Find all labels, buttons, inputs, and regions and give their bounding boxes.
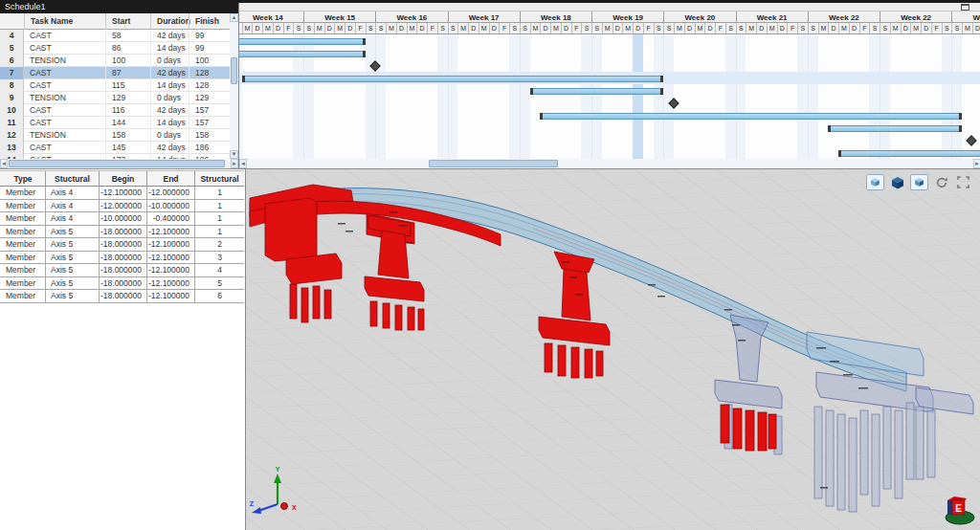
gantt-horizontal-scrollbar[interactable]: ◄ ►	[239, 159, 980, 168]
member-row[interactable]: MemberAxis 4-12.000000 [m]-10.000000 [m]…	[0, 200, 244, 213]
gantt-day-cell: M	[242, 23, 253, 34]
member-col-header[interactable]: Stuctural Memb	[45, 171, 99, 188]
gantt-day-cell: F	[355, 23, 366, 34]
member-table-header: TypeStuctural MembBeginEndStructural Uni…	[0, 170, 244, 187]
gantt-task-bar[interactable]	[540, 113, 962, 120]
member-axis-cell: Axis 5	[45, 226, 99, 239]
task-start-cell: 145	[105, 142, 150, 154]
member-end-cell: -12.100000 [m]	[146, 226, 194, 239]
member-unit-cell: 1	[194, 200, 244, 213]
task-col-header[interactable]: Task Name	[24, 13, 105, 30]
member-row[interactable]: MemberAxis 4-12.100000 [m]-12.000000 [m]…	[0, 187, 244, 200]
task-vscroll-thumb[interactable]	[231, 57, 237, 84]
member-begin-cell: -18.000000 [m]	[99, 277, 146, 291]
z-axis-label: Z	[250, 500, 255, 507]
task-finish-cell: 128	[189, 67, 230, 79]
gantt-day-cell: M	[602, 23, 612, 34]
gantt-day-cell: D	[561, 23, 571, 34]
task-row[interactable]: 8CAST11514 days128	[0, 79, 230, 92]
member-row[interactable]: MemberAxis 5-18.000000 [m]-12.100000 [m]…	[0, 226, 244, 239]
task-col-header[interactable]: Start	[105, 13, 150, 30]
member-row[interactable]: MemberAxis 5-18.000000 [m]-12.100000 [m]…	[0, 277, 244, 291]
member-type-cell: Member	[1, 252, 45, 265]
task-row-number: 13	[0, 142, 24, 154]
member-col-header[interactable]: End	[146, 171, 194, 188]
member-row[interactable]: MemberAxis 5-18.000000 [m]-12.100000 [m]…	[0, 238, 244, 252]
gantt-task-bar[interactable]	[530, 88, 664, 95]
x-axis-label: X	[292, 504, 297, 511]
task-row[interactable]: 12TENSION1580 days158	[0, 129, 230, 142]
gantt-day-cell: M	[838, 23, 849, 34]
view-cube-light-icon[interactable]	[866, 174, 884, 190]
gantt-day-cell: S	[581, 23, 591, 34]
bridge-3d-scene[interactable]: Y Z X E	[246, 169, 980, 530]
view-cube-shaded-icon[interactable]	[888, 174, 906, 190]
task-row-number: 7	[0, 67, 24, 79]
restore-window-icon[interactable]	[961, 4, 969, 11]
gantt-day-cell: S	[951, 23, 962, 34]
weekend-band	[942, 34, 952, 159]
gantt-day-cell: S	[366, 23, 376, 34]
scroll-down-icon[interactable]: ▼	[230, 150, 238, 159]
gantt-week-cell: Week 22	[808, 11, 880, 23]
member-col-header[interactable]: Structural Unit	[194, 171, 244, 188]
gantt-hscroll-thumb[interactable]	[429, 160, 558, 167]
task-finish-cell: 128	[189, 79, 230, 92]
gantt-task-bar[interactable]	[838, 150, 980, 157]
gantt-task-bar[interactable]	[239, 38, 366, 45]
task-row[interactable]: 9TENSION1290 days129	[0, 92, 230, 104]
scroll-left-icon[interactable]: ◄	[0, 159, 8, 168]
member-row[interactable]: MemberAxis 4-10.000000 [m]-0.400000 [m]1	[0, 212, 244, 226]
weekend-band	[509, 34, 520, 159]
member-row[interactable]: MemberAxis 5-18.000000 [m]-12.100000 [m]…	[0, 252, 244, 265]
member-col-header[interactable]: Type	[1, 171, 45, 188]
view-cube-solid-icon[interactable]	[910, 174, 928, 190]
milestone-diamond[interactable]	[967, 135, 977, 145]
scroll-right-icon[interactable]: ►	[231, 159, 238, 168]
task-row[interactable]: 6TENSION1000 days100	[0, 55, 230, 67]
task-row[interactable]: 11CAST14414 days157	[0, 117, 230, 129]
task-col-header[interactable]: Finish	[189, 13, 230, 30]
refresh-view-icon[interactable]	[932, 174, 950, 190]
gantt-day-cell: D	[921, 23, 931, 34]
task-row[interactable]: 13CAST14542 days186	[0, 142, 230, 154]
task-table-vertical-scrollbar[interactable]: ▲ ▼	[230, 13, 238, 159]
gantt-day-cell: M	[622, 23, 633, 34]
gantt-day-cell: D	[849, 23, 859, 34]
gantt-task-bar[interactable]	[239, 51, 366, 57]
schedule-title-bar[interactable]: Schedule1	[0, 0, 238, 13]
gantt-day-cell: S	[448, 23, 458, 34]
week-gridline	[520, 34, 521, 159]
gantt-chart-area[interactable]	[239, 34, 980, 159]
model-3d-viewport[interactable]: Y Z X E	[246, 168, 980, 530]
task-name-cell: TENSION	[24, 129, 105, 142]
gantt-day-cell: F	[787, 23, 797, 34]
task-col-header[interactable]: Duration	[150, 13, 189, 30]
task-row[interactable]: 7CAST8742 days128	[0, 67, 230, 79]
member-row[interactable]: MemberAxis 5-18.000000 [m]-12.100000 [m]…	[0, 290, 244, 303]
task-hscroll-thumb[interactable]	[9, 160, 225, 167]
scroll-left-icon[interactable]: ◄	[239, 159, 247, 168]
task-row[interactable]: 5CAST8614 days99	[0, 42, 230, 55]
gantt-chart-pane: Week 14Week 15Week 16Week 17Week 18Week …	[238, 3, 980, 168]
gantt-task-bar[interactable]	[242, 76, 664, 82]
gantt-task-bar[interactable]	[828, 125, 962, 132]
bar-start-cap	[838, 150, 841, 157]
task-row[interactable]: 10CAST11642 days157	[0, 104, 230, 117]
scroll-up-icon[interactable]: ▲	[230, 13, 238, 22]
bar-start-cap	[540, 113, 543, 120]
task-row[interactable]: 4CAST5842 days99	[0, 30, 230, 42]
week-gridline	[736, 34, 737, 159]
member-unit-cell: 1	[194, 226, 244, 239]
member-unit-cell: 4	[194, 264, 244, 277]
scroll-right-icon[interactable]: ►	[973, 159, 980, 168]
task-table-horizontal-scrollbar[interactable]: ◄ ►	[0, 159, 238, 168]
gantt-day-cell: D	[704, 23, 715, 34]
task-start-cell: 87	[105, 67, 150, 79]
task-name-cell: CAST	[24, 117, 105, 129]
gantt-day-cell: S	[663, 23, 674, 34]
member-col-header[interactable]: Begin	[99, 171, 146, 188]
member-row[interactable]: MemberAxis 5-18.000000 [m]-12.100000 [m]…	[0, 264, 244, 277]
fit-view-icon[interactable]	[954, 174, 972, 190]
member-type-cell: Member	[1, 187, 45, 200]
